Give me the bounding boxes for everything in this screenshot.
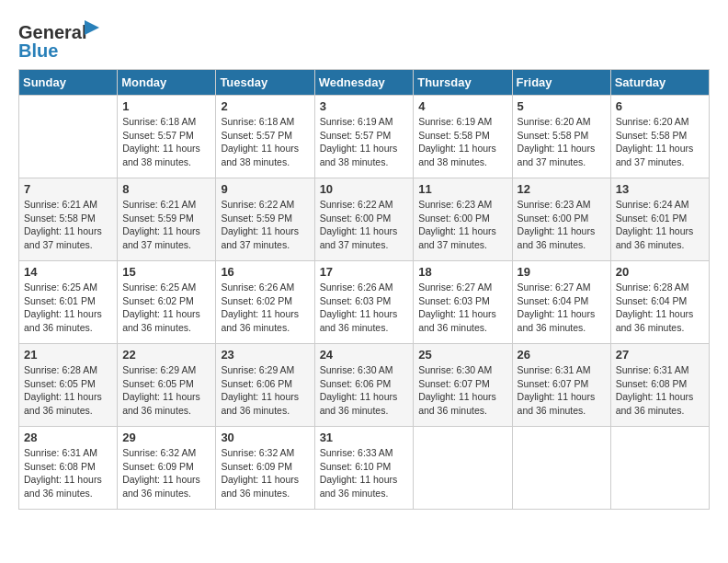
calendar-header-row: SundayMondayTuesdayWednesdayThursdayFrid… [19,70,710,96]
calendar-cell: 3Sunrise: 6:19 AMSunset: 5:57 PMDaylight… [314,96,414,178]
column-header-thursday: Thursday [414,70,512,96]
calendar-cell [414,427,512,510]
calendar-cell: 29Sunrise: 6:32 AMSunset: 6:09 PMDayligh… [118,427,216,510]
day-info: Sunrise: 6:31 AMSunset: 6:08 PMDaylight:… [24,446,112,500]
calendar-cell: 14Sunrise: 6:25 AMSunset: 6:01 PMDayligh… [19,261,118,344]
day-info: Sunrise: 6:28 AMSunset: 6:04 PMDaylight:… [616,281,704,335]
calendar-cell: 30Sunrise: 6:32 AMSunset: 6:09 PMDayligh… [216,427,314,510]
day-number: 31 [320,431,409,444]
calendar-cell: 28Sunrise: 6:31 AMSunset: 6:08 PMDayligh… [19,427,118,510]
day-info: Sunrise: 6:22 AMSunset: 5:59 PMDaylight:… [221,198,309,252]
calendar-cell: 8Sunrise: 6:21 AMSunset: 5:59 PMDaylight… [118,178,216,261]
calendar-cell: 16Sunrise: 6:26 AMSunset: 6:02 PMDayligh… [216,261,314,344]
calendar-cell: 25Sunrise: 6:30 AMSunset: 6:07 PMDayligh… [414,344,512,427]
day-number: 2 [221,99,309,113]
logo: GeneralBlue [18,18,101,60]
svg-marker-2 [85,20,99,35]
day-info: Sunrise: 6:21 AMSunset: 5:58 PMDaylight:… [24,198,112,252]
day-number: 9 [221,182,309,196]
calendar-week-2: 7Sunrise: 6:21 AMSunset: 5:58 PMDaylight… [19,178,710,261]
day-info: Sunrise: 6:31 AMSunset: 6:08 PMDaylight:… [616,363,704,418]
calendar-cell: 5Sunrise: 6:20 AMSunset: 5:58 PMDaylight… [512,96,610,178]
calendar-table: SundayMondayTuesdayWednesdayThursdayFrid… [18,69,710,510]
calendar-cell: 6Sunrise: 6:20 AMSunset: 5:58 PMDaylight… [610,96,709,178]
page-header: GeneralBlue [18,18,710,60]
day-number: 6 [616,99,704,113]
column-header-sunday: Sunday [19,70,118,96]
calendar-cell [19,96,118,178]
calendar-cell: 11Sunrise: 6:23 AMSunset: 6:00 PMDayligh… [414,178,512,261]
calendar-cell: 26Sunrise: 6:31 AMSunset: 6:07 PMDayligh… [512,344,610,427]
day-info: Sunrise: 6:20 AMSunset: 5:58 PMDaylight:… [518,115,606,169]
day-info: Sunrise: 6:19 AMSunset: 5:58 PMDaylight:… [418,115,506,169]
calendar-cell: 27Sunrise: 6:31 AMSunset: 6:08 PMDayligh… [610,344,709,427]
logo-svg: GeneralBlue [18,18,101,60]
day-info: Sunrise: 6:26 AMSunset: 6:02 PMDaylight:… [221,281,309,335]
day-number: 15 [122,265,210,279]
day-info: Sunrise: 6:33 AMSunset: 6:10 PMDaylight:… [320,446,409,500]
calendar-week-3: 14Sunrise: 6:25 AMSunset: 6:01 PMDayligh… [19,261,710,344]
calendar-week-1: 1Sunrise: 6:18 AMSunset: 5:57 PMDaylight… [19,96,710,178]
day-number: 1 [122,99,210,113]
calendar-cell: 20Sunrise: 6:28 AMSunset: 6:04 PMDayligh… [610,261,709,344]
day-info: Sunrise: 6:21 AMSunset: 5:59 PMDaylight:… [122,198,210,252]
day-info: Sunrise: 6:26 AMSunset: 6:03 PMDaylight:… [320,281,409,335]
day-info: Sunrise: 6:20 AMSunset: 5:58 PMDaylight:… [616,115,704,169]
day-info: Sunrise: 6:32 AMSunset: 6:09 PMDaylight:… [122,446,210,500]
day-info: Sunrise: 6:31 AMSunset: 6:07 PMDaylight:… [518,363,606,418]
day-info: Sunrise: 6:25 AMSunset: 6:02 PMDaylight:… [122,281,210,335]
day-number: 10 [320,182,409,196]
day-number: 22 [122,348,210,362]
calendar-cell: 19Sunrise: 6:27 AMSunset: 6:04 PMDayligh… [512,261,610,344]
calendar-cell: 2Sunrise: 6:18 AMSunset: 5:57 PMDaylight… [216,96,314,178]
day-number: 17 [320,265,409,279]
calendar-week-4: 21Sunrise: 6:28 AMSunset: 6:05 PMDayligh… [19,344,710,427]
column-header-friday: Friday [512,70,610,96]
day-info: Sunrise: 6:18 AMSunset: 5:57 PMDaylight:… [122,115,210,169]
day-number: 29 [122,431,210,444]
day-info: Sunrise: 6:30 AMSunset: 6:06 PMDaylight:… [320,363,409,418]
day-info: Sunrise: 6:25 AMSunset: 6:01 PMDaylight:… [24,281,112,335]
calendar-cell: 18Sunrise: 6:27 AMSunset: 6:03 PMDayligh… [414,261,512,344]
day-number: 13 [616,182,704,196]
day-number: 20 [616,265,704,279]
calendar-cell: 23Sunrise: 6:29 AMSunset: 6:06 PMDayligh… [216,344,314,427]
column-header-monday: Monday [118,70,216,96]
calendar-cell: 21Sunrise: 6:28 AMSunset: 6:05 PMDayligh… [19,344,118,427]
day-number: 23 [221,348,309,362]
day-info: Sunrise: 6:28 AMSunset: 6:05 PMDaylight:… [24,363,112,418]
column-header-tuesday: Tuesday [216,70,314,96]
calendar-cell: 15Sunrise: 6:25 AMSunset: 6:02 PMDayligh… [118,261,216,344]
day-number: 30 [221,431,309,444]
column-header-saturday: Saturday [610,70,709,96]
day-number: 3 [320,99,409,113]
calendar-week-5: 28Sunrise: 6:31 AMSunset: 6:08 PMDayligh… [19,427,710,510]
day-number: 16 [221,265,309,279]
calendar-cell: 13Sunrise: 6:24 AMSunset: 6:01 PMDayligh… [610,178,709,261]
day-info: Sunrise: 6:29 AMSunset: 6:05 PMDaylight:… [122,363,210,418]
day-number: 7 [24,182,112,196]
day-info: Sunrise: 6:32 AMSunset: 6:09 PMDaylight:… [221,446,309,500]
calendar-cell [610,427,709,510]
svg-text:General: General [18,22,86,42]
calendar-cell: 17Sunrise: 6:26 AMSunset: 6:03 PMDayligh… [314,261,414,344]
day-info: Sunrise: 6:27 AMSunset: 6:04 PMDaylight:… [518,281,606,335]
day-info: Sunrise: 6:23 AMSunset: 6:00 PMDaylight:… [518,198,606,252]
calendar-cell: 4Sunrise: 6:19 AMSunset: 5:58 PMDaylight… [414,96,512,178]
day-number: 5 [518,99,606,113]
column-header-wednesday: Wednesday [314,70,414,96]
day-number: 26 [518,348,606,362]
day-info: Sunrise: 6:23 AMSunset: 6:00 PMDaylight:… [418,198,506,252]
calendar-cell: 10Sunrise: 6:22 AMSunset: 6:00 PMDayligh… [314,178,414,261]
day-info: Sunrise: 6:24 AMSunset: 6:01 PMDaylight:… [616,198,704,252]
calendar-cell: 7Sunrise: 6:21 AMSunset: 5:58 PMDaylight… [19,178,118,261]
calendar-cell: 9Sunrise: 6:22 AMSunset: 5:59 PMDaylight… [216,178,314,261]
calendar-cell: 1Sunrise: 6:18 AMSunset: 5:57 PMDaylight… [118,96,216,178]
day-number: 11 [418,182,506,196]
day-info: Sunrise: 6:30 AMSunset: 6:07 PMDaylight:… [418,363,506,418]
day-number: 27 [616,348,704,362]
svg-text:Blue: Blue [18,40,58,60]
day-info: Sunrise: 6:18 AMSunset: 5:57 PMDaylight:… [221,115,309,169]
calendar-cell: 22Sunrise: 6:29 AMSunset: 6:05 PMDayligh… [118,344,216,427]
day-number: 18 [418,265,506,279]
